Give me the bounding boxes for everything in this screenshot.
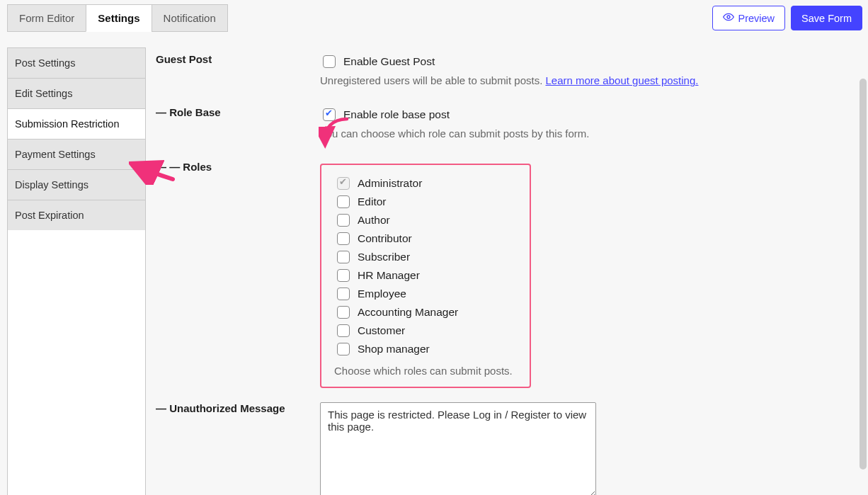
roles-help: Choose which roles can submit posts. bbox=[334, 365, 517, 377]
sidebar-item-edit-settings[interactable]: Edit Settings bbox=[8, 79, 145, 109]
guest-post-learn-more-link[interactable]: Learn more about guest posting. bbox=[545, 74, 698, 86]
role-customer-label: Customer bbox=[358, 324, 405, 337]
role-contributor-checkbox[interactable] bbox=[337, 232, 350, 245]
role-hr-manager-label: HR Manager bbox=[358, 269, 420, 282]
role-employee-label: Employee bbox=[358, 288, 406, 300]
top-tabs: Form Editor Settings Notification bbox=[7, 4, 227, 32]
scrollbar[interactable] bbox=[860, 79, 867, 470]
roles-label: — — Roles bbox=[156, 161, 320, 173]
roles-highlight-box: Administrator Editor Author Contributor bbox=[320, 164, 531, 388]
role-subscriber-label: Subscriber bbox=[358, 251, 410, 263]
role-base-checkbox[interactable] bbox=[323, 108, 336, 121]
role-employee-checkbox[interactable] bbox=[337, 288, 350, 300]
tab-form-editor[interactable]: Form Editor bbox=[7, 4, 86, 32]
settings-content: Guest Post Enable Guest Post Unregistere… bbox=[146, 36, 868, 495]
role-author-checkbox[interactable] bbox=[337, 214, 350, 227]
sidebar-item-display-settings[interactable]: Display Settings bbox=[8, 170, 145, 200]
role-accounting-manager-checkbox[interactable] bbox=[337, 306, 350, 319]
role-administrator-checkbox[interactable] bbox=[337, 177, 350, 190]
role-contributor-label: Contributor bbox=[358, 232, 412, 245]
role-editor-checkbox[interactable] bbox=[337, 195, 350, 208]
unauth-message-textarea[interactable] bbox=[320, 402, 596, 495]
sidebar-item-post-settings[interactable]: Post Settings bbox=[8, 48, 145, 79]
sidebar-item-payment-settings[interactable]: Payment Settings bbox=[8, 140, 145, 170]
settings-sidebar: Post Settings Edit Settings Submission R… bbox=[7, 47, 146, 495]
role-customer-checkbox[interactable] bbox=[337, 324, 350, 337]
guest-post-checkbox-label: Enable Guest Post bbox=[343, 55, 435, 68]
role-author-label: Author bbox=[358, 214, 390, 227]
eye-icon bbox=[723, 11, 734, 25]
role-base-label: — Role Base bbox=[156, 106, 320, 118]
sidebar-item-submission-restriction[interactable]: Submission Restriction bbox=[8, 109, 145, 140]
role-editor-label: Editor bbox=[358, 195, 387, 208]
role-hr-manager-checkbox[interactable] bbox=[337, 269, 350, 282]
guest-post-label: Guest Post bbox=[156, 53, 320, 65]
sidebar-item-post-expiration[interactable]: Post Expiration bbox=[8, 200, 145, 230]
role-subscriber-checkbox[interactable] bbox=[337, 251, 350, 263]
role-accounting-manager-label: Accounting Manager bbox=[358, 306, 458, 319]
guest-post-checkbox[interactable] bbox=[323, 55, 336, 68]
role-shop-manager-checkbox[interactable] bbox=[337, 343, 350, 355]
role-administrator-label: Administrator bbox=[358, 177, 422, 190]
role-shop-manager-label: Shop manager bbox=[358, 343, 430, 355]
tab-settings[interactable]: Settings bbox=[86, 4, 152, 32]
save-button[interactable]: Save Form bbox=[791, 6, 862, 30]
svg-point-0 bbox=[727, 16, 730, 18]
preview-label: Preview bbox=[738, 13, 775, 24]
role-base-checkbox-label: Enable role base post bbox=[343, 108, 450, 121]
preview-button[interactable]: Preview bbox=[712, 6, 786, 30]
tab-notification[interactable]: Notification bbox=[152, 4, 228, 32]
unauth-label: — Unauthorized Message bbox=[156, 402, 320, 414]
role-base-help: You can choose which role can submit pos… bbox=[320, 127, 854, 140]
guest-post-help: Unregistered users will be able to submi… bbox=[320, 74, 545, 86]
